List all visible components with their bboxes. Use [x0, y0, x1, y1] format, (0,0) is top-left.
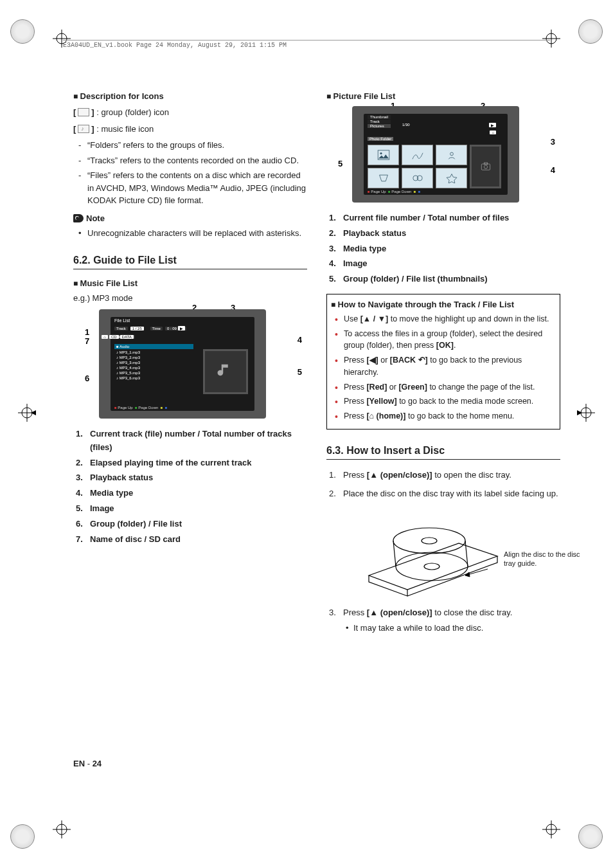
ss-file: ♪ MP3_1.mp3 — [114, 350, 193, 355]
ss-file: ♪ MP3_4.mp3 — [114, 365, 193, 370]
callout-5: 5 — [298, 367, 302, 377]
ss-media-home-icon: ⌂ — [102, 335, 108, 339]
pic-footer: ■ Page Up ■ Page Down ■ ■ — [368, 190, 420, 194]
ss-file: ♪ MP3_6.mp3 — [114, 375, 193, 381]
callout-p4: 4 — [551, 165, 555, 175]
pic-tab-track: Track — [368, 120, 391, 123]
legend-item: Image — [326, 257, 560, 271]
icon-legend-group: [] : group (folder) icon — [73, 106, 307, 119]
legend-item: Group (folder) / File list — [73, 518, 307, 531]
dash-item: “Tracks” refers to the contents recorded… — [73, 154, 307, 167]
example-label: e.g.) MP3 mode — [73, 293, 307, 303]
legend-item: Image — [73, 502, 307, 516]
svg-point-21 — [380, 152, 382, 154]
howto-item: Press [Red] or [Green] to change the pag… — [331, 381, 556, 393]
callout-p3: 3 — [551, 137, 555, 147]
sym-back: [BACK ↶] — [390, 356, 428, 365]
thumb — [368, 168, 399, 188]
legend-item: Group (folder) / File list (thumbnails) — [326, 273, 560, 286]
ss-track-label: Track — [114, 327, 128, 330]
music-screenshot-wrap: 1 7 2 3 4 5 6 File List Track 1 / 25 Tim… — [73, 309, 307, 419]
thumb — [402, 168, 433, 188]
ss-file: ♪ MP3_3.mp3 — [114, 360, 193, 365]
cropmark-br — [542, 820, 560, 838]
pic-thumb-grid — [368, 145, 501, 188]
ss-folder: ■ Audio — [114, 344, 193, 349]
legend-item: Elapsed playing time of the current trac… — [73, 457, 307, 470]
note-list: Unrecognizable characters will be replac… — [73, 227, 307, 240]
disc-tray-diagram: Align the disc to the disc tray guide. — [362, 505, 504, 601]
callout-7: 7 — [85, 336, 89, 346]
pic-tab-pictures: Pictures — [368, 124, 391, 128]
howto-item: Press [◀] or [BACK ↶] to go back to the … — [331, 354, 556, 379]
howto-item: Press [⌂ (home)] to go back to the home … — [331, 410, 556, 422]
svg-point-30 — [393, 528, 465, 554]
legend-item: Current track (file) number / Total numb… — [73, 428, 307, 455]
howto-item: To access the files in a group (folder),… — [331, 328, 556, 352]
music-legend: Current track (file) number / Total numb… — [73, 428, 307, 546]
ss-file: ♪ MP3_2.mp3 — [114, 355, 193, 360]
thumb — [402, 145, 433, 165]
right-column: Picture File List 1 2 3 4 5 Thumbnail Tr… — [326, 91, 560, 778]
heading-music-file-list: Music File List — [73, 278, 307, 288]
insert-disc-steps: Press [▲ (open/close)] to open the disc … — [326, 469, 560, 635]
pic-play-icon: ▶ — [489, 123, 496, 127]
legend-item: Playback status — [326, 227, 560, 240]
left-column: Description for Icons [] : group (folder… — [73, 91, 307, 778]
legend-item: Playback status — [73, 471, 307, 485]
dash-item: “Folders” refers to the groups of files. — [73, 139, 307, 152]
heading-description-icons: Description for Icons — [73, 91, 307, 101]
legend-item: Media type — [73, 487, 307, 500]
icon-legend-group-text: : group (folder) icon — [94, 107, 169, 117]
sym-left: [◀] — [366, 356, 378, 365]
callout-1: 1 — [85, 327, 89, 337]
pic-tab-thumbnail: Thumbnail — [368, 115, 391, 119]
ss-track-count: 1 / 25 — [130, 327, 144, 330]
note-heading: Note — [73, 213, 307, 223]
ss-image-area — [203, 349, 248, 394]
ss-file: ♪ MP3_5.mp3 — [114, 370, 193, 375]
legend-item: Current file number / Total number of fi… — [326, 212, 560, 225]
howto-item: Press [Yellow] to go back to the media m… — [331, 395, 556, 408]
heading-picture-file-list: Picture File List — [326, 91, 560, 101]
cropmark-ml — [18, 404, 36, 422]
svg-point-29 — [424, 563, 440, 570]
sym-home: [⌂ (home)] — [366, 411, 405, 420]
music-file-icon — [78, 125, 89, 133]
step-3: Press [▲ (open/close)] to close the disc… — [326, 606, 560, 636]
note-icon — [73, 214, 84, 222]
svg-point-28 — [396, 552, 468, 581]
ss-media-data: DATA — [120, 335, 134, 339]
svg-point-24 — [484, 165, 487, 168]
sym-up-down: [▲ / ▼] — [360, 314, 389, 323]
step-3-sub: It may take a while to load the disc. — [343, 622, 560, 635]
sym-open-close: [▲ (open/close)] — [367, 608, 432, 617]
section-6-3: 6.3. How to Insert a Disc — [326, 445, 560, 460]
footer-lang: EN — [73, 759, 85, 768]
step-2: Place the disc on the disc tray with its… — [326, 487, 560, 601]
sym-open-close: [▲ (open/close)] — [367, 470, 432, 480]
note-heading-text: Note — [86, 213, 105, 223]
svg-point-22 — [450, 152, 453, 156]
page-footer: EN - 24 — [73, 759, 102, 768]
howto-navigate-box: How to Navigate through the Track / File… — [326, 294, 560, 429]
sym-green: [Green] — [398, 383, 427, 392]
thumb — [436, 145, 467, 165]
cropmark-bl — [53, 820, 71, 838]
decor-circle-tr — [578, 19, 603, 44]
pic-folder-label: Photo Folder — [368, 137, 393, 141]
ss-play-icon: ▶ — [178, 326, 185, 330]
sym-red: [Red] — [366, 383, 387, 392]
legend-item: Name of disc / SD card — [73, 533, 307, 547]
callout-6: 6 — [85, 374, 89, 383]
howto-heading: How to Navigate through the Track / File… — [331, 300, 556, 309]
decor-circle-tl — [10, 19, 35, 44]
thumb — [368, 145, 399, 165]
music-file-list-ui: File List Track 1 / 25 Time 0 : 09 : 12 … — [99, 309, 266, 419]
footer-dash: - — [85, 759, 93, 768]
icon-notes-list: “Folders” refers to the groups of files.… — [73, 139, 307, 207]
footer-page-num: 24 — [93, 759, 102, 768]
icon-legend-music: [] : music file icon — [73, 123, 307, 136]
pic-image-area — [470, 145, 501, 188]
svg-marker-33 — [465, 572, 470, 577]
